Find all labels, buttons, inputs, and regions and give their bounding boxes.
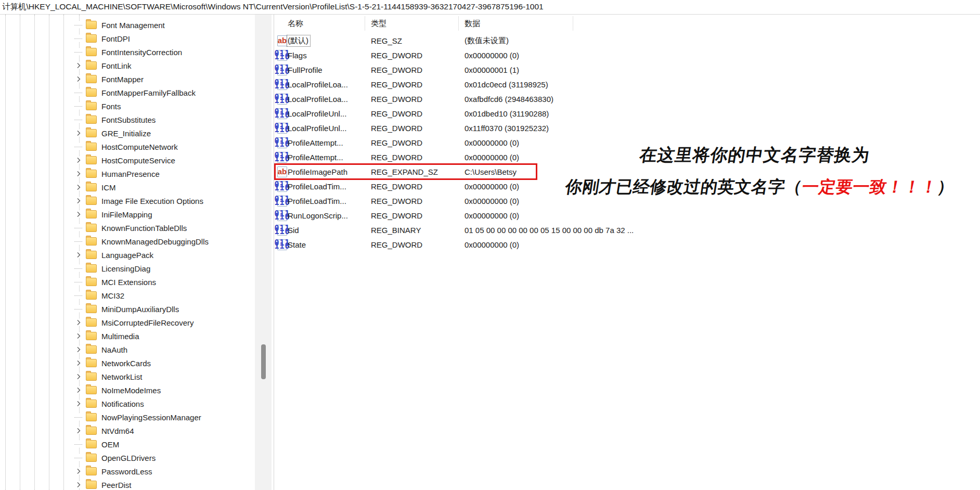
folder-icon (86, 115, 97, 124)
registry-value-row[interactable]: 011110StateREG_DWORD0x00000000 (0) (274, 237, 980, 252)
tree-item-label: FontIntensityCorrection (101, 48, 182, 57)
value-data: 0x00000000 (0) (465, 51, 980, 60)
chevron-right-icon[interactable] (74, 359, 83, 367)
column-separator[interactable] (458, 16, 459, 31)
tree-item-label: HumanPresence (101, 170, 160, 178)
chevron-right-icon[interactable] (74, 211, 83, 218)
tree-item[interactable]: Multimedia (0, 329, 255, 343)
tree-item[interactable]: NoImeModeImes (0, 383, 255, 397)
folder-icon (86, 413, 97, 421)
folder-icon (86, 129, 97, 137)
tree-item[interactable]: FontDPI (0, 32, 255, 45)
tree-scrollbar[interactable] (255, 15, 272, 490)
tree-item[interactable]: MiniDumpAuxiliaryDlls (0, 302, 255, 316)
tree-item[interactable]: OpenGLDrivers (0, 451, 255, 465)
scrollbar-thumb[interactable] (261, 344, 266, 379)
tree-item[interactable]: FontMapperFamilyFallback (0, 86, 255, 99)
tree-item-label: NetworkCards (101, 359, 151, 368)
tree-item[interactable]: MCI Extensions (0, 275, 255, 289)
column-header-type[interactable]: 类型 (371, 19, 465, 29)
tree-item[interactable]: HostComputeNetwork (0, 140, 255, 153)
chevron-right-icon[interactable] (74, 332, 83, 340)
tree-item[interactable]: Fonts (0, 99, 255, 113)
registry-value-row[interactable]: 011110RunLogonScrip...REG_DWORD0x0000000… (274, 208, 980, 223)
value-name: ProfileAttempt... (288, 138, 371, 147)
tree-item[interactable]: NaAuth (0, 343, 255, 356)
registry-value-row[interactable]: 011110FlagsREG_DWORD0x00000000 (0) (274, 48, 980, 62)
column-header-data[interactable]: 数据 (465, 19, 980, 29)
chevron-right-icon[interactable] (74, 170, 83, 177)
registry-value-row[interactable]: 011110LocalProfileLoa...REG_DWORD0x01dc0… (274, 77, 980, 92)
chevron-right-icon[interactable] (74, 62, 83, 69)
tree-item[interactable]: KnownFunctionTableDlls (0, 221, 255, 235)
tree-item-label: MCI Extensions (101, 278, 156, 287)
tree-item-label: NoImeModeImes (101, 386, 161, 395)
value-type: REG_DWORD (371, 95, 465, 104)
tree-item[interactable]: PasswordLess (0, 465, 255, 478)
folder-icon (86, 305, 97, 313)
column-separator[interactable] (573, 16, 573, 31)
column-separator[interactable] (365, 16, 365, 31)
tree-item[interactable]: ICM (0, 180, 255, 194)
chevron-right-icon[interactable] (74, 481, 83, 488)
tree-item[interactable]: MCI32 (0, 289, 255, 302)
tree-item[interactable]: IniFileMapping (0, 208, 255, 221)
tree-item-label: KnownFunctionTableDlls (101, 224, 187, 233)
tree-item[interactable]: LanguagePack (0, 248, 255, 262)
registry-value-row[interactable]: ab(默认)REG_SZ(数值未设置) (274, 33, 980, 48)
tree-item[interactable]: NowPlayingSessionManager (0, 410, 255, 424)
folder-icon (86, 156, 97, 164)
registry-value-row[interactable]: 011110LocalProfileUnl...REG_DWORD0x11ff0… (274, 121, 980, 135)
tree-item[interactable]: GRE_Initialize (0, 126, 255, 140)
address-bar[interactable]: 计算机\HKEY_LOCAL_MACHINE\SOFTWARE\Microsof… (0, 0, 980, 15)
folder-icon (86, 481, 97, 489)
value-type: REG_EXPAND_SZ (371, 167, 465, 176)
tree-item[interactable]: OEM (0, 437, 255, 451)
chevron-right-icon[interactable] (74, 75, 83, 83)
tree-item[interactable]: HostComputeService (0, 153, 255, 167)
chevron-right-icon[interactable] (74, 197, 83, 204)
tree-item[interactable]: FontMapper (0, 72, 255, 86)
tree-item[interactable]: KnownManagedDebuggingDlls (0, 235, 255, 248)
chevron-right-icon[interactable] (74, 427, 83, 434)
value-data: 0x01dc0ecd (31198925) (465, 80, 980, 89)
value-name: LocalProfileUnl... (288, 124, 371, 133)
tree-item[interactable]: FontLink (0, 59, 255, 72)
tree-item[interactable]: NetworkList (0, 370, 255, 383)
chevron-right-icon[interactable] (74, 157, 83, 164)
tree-item[interactable]: FontSubstitutes (0, 113, 255, 126)
chevron-right-icon[interactable] (74, 184, 83, 191)
tree-item[interactable]: LicensingDiag (0, 262, 255, 275)
tree-item[interactable]: HumanPresence (0, 167, 255, 180)
chevron-right-icon[interactable] (74, 468, 83, 475)
tree-item[interactable]: PeerDist (0, 478, 255, 490)
registry-value-row[interactable]: 011110SidREG_BINARY01 05 00 00 00 00 00 … (274, 223, 980, 237)
chevron-right-icon[interactable] (74, 386, 83, 394)
chevron-right-icon[interactable] (74, 251, 83, 259)
chevron-right-icon[interactable] (74, 130, 83, 137)
reg-binary-icon: 011110 (277, 123, 287, 134)
tree-item[interactable]: NtVdm64 (0, 424, 255, 437)
tree-item[interactable]: Font Management (0, 18, 255, 32)
registry-value-row[interactable]: 011110LocalProfileLoa...REG_DWORD0xafbdf… (274, 92, 980, 106)
tree-item[interactable]: Notifications (0, 397, 255, 410)
tree-item[interactable]: FontIntensityCorrection (0, 45, 255, 59)
tree-item-label: OpenGLDrivers (101, 454, 156, 462)
chevron-right-icon[interactable] (74, 346, 83, 353)
chevron-right-icon[interactable] (74, 319, 83, 326)
folder-icon (86, 237, 97, 246)
tree-item[interactable]: NetworkCards (0, 356, 255, 370)
registry-value-row[interactable]: 011110LocalProfileUnl...REG_DWORD0x01dbe… (274, 106, 980, 121)
tree-connector (74, 278, 83, 286)
tree-item[interactable]: Image File Execution Options (0, 194, 255, 208)
tree-item-label: MCI32 (101, 291, 124, 300)
tree-item-label: MsiCorruptedFileRecovery (101, 318, 194, 327)
reg-binary-icon: 011110 (277, 181, 287, 192)
registry-value-row[interactable]: 011110FullProfileREG_DWORD0x00000001 (1) (274, 62, 980, 77)
reg-binary-icon: 011110 (277, 108, 287, 119)
chevron-right-icon[interactable] (74, 373, 83, 380)
tree-item[interactable]: MsiCorruptedFileRecovery (0, 316, 255, 329)
value-type: REG_DWORD (371, 138, 465, 147)
chevron-right-icon[interactable] (74, 400, 83, 407)
column-header-name[interactable]: 名称 (288, 19, 371, 29)
